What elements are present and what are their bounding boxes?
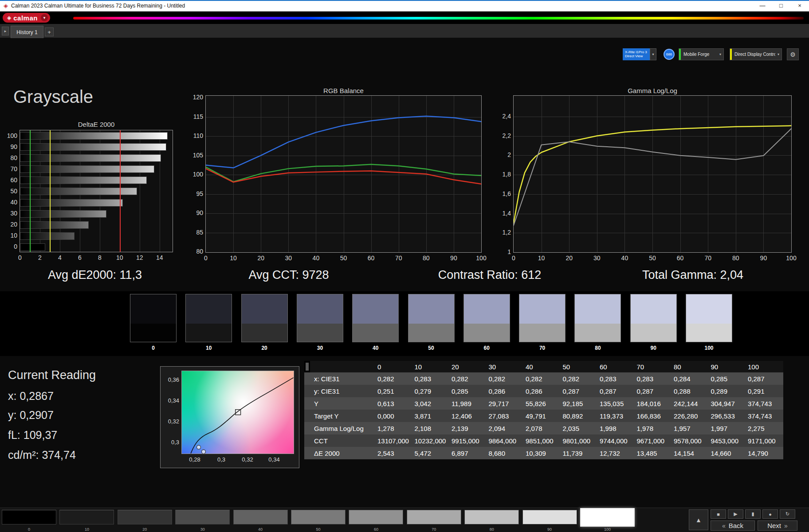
table-row: Y0,6133,04211,98929,71755,82692,185135,0… (304, 397, 783, 410)
stat-total-gamma: Total Gamma: 2,04 (622, 268, 764, 282)
table-cell: 55,826 (524, 400, 561, 407)
next-button[interactable]: Next » (758, 520, 797, 531)
patch-20[interactable] (118, 510, 172, 524)
calman-app-window: ◈ Calman 2023 Calman Ultimate for Busine… (0, 0, 809, 532)
back-button[interactable]: « Back (711, 520, 755, 531)
patch-label: 10 (59, 527, 114, 532)
x-axis-tick-label: 10 (225, 254, 241, 262)
meter-dropdown[interactable]: X-Rite i1Pro 3 Direct View ▾ (623, 48, 656, 60)
patch-90[interactable] (522, 510, 577, 524)
table-scrollbar[interactable] (304, 361, 310, 372)
table-cell: 0,283 (635, 375, 672, 383)
table-cell: 296,533 (709, 412, 746, 420)
patch-label: 70 (407, 527, 461, 532)
swatch-actual-color (297, 294, 343, 324)
stat-avg-cct: Avg CCT: 9728 (218, 268, 360, 282)
chevron-down-icon[interactable]: ▾ (650, 48, 656, 60)
cie-plot (181, 371, 294, 454)
patch-0[interactable] (2, 510, 56, 524)
patch-60[interactable] (349, 510, 403, 524)
x-axis-tick-label: 0,34 (265, 456, 283, 463)
table-cell: 27,083 (487, 412, 524, 420)
patch-label: 20 (118, 527, 172, 532)
tab-bar: ▸ History 1 + X-Rite i1Pro 3 Direct View… (0, 24, 809, 38)
swatch-0: 0 (130, 294, 177, 342)
y-axis-tick-label: 1,6 (495, 190, 511, 197)
calman-logo-icon: ◈ (7, 15, 11, 21)
x-axis-tick-label: 100 (473, 254, 489, 262)
reading-cdm2: cd/m²: 374,74 (8, 449, 76, 462)
row-label: ΔE 2000 (304, 450, 376, 457)
current-reading-title: Current Reading (8, 368, 96, 382)
refresh-button[interactable]: ↻ (780, 509, 795, 519)
table-cell: 2,108 (413, 425, 450, 432)
x-axis-tick-label: 4 (53, 254, 67, 261)
x-axis-tick-label: 90 (446, 254, 462, 262)
y-axis-tick-label: 2,4 (495, 113, 511, 120)
eject-button[interactable]: ▲ (689, 509, 708, 530)
y-axis-tick-label: 100 (4, 132, 17, 139)
table-cell: 9671,000 (635, 437, 672, 445)
swatch-target-color (631, 324, 676, 342)
table-header-cell: 20 (450, 363, 487, 371)
x-axis-tick-label: 70 (391, 254, 407, 262)
x-axis-tick-label: 30 (589, 254, 605, 262)
table-cell: 0,282 (450, 375, 487, 383)
add-tab-button[interactable]: + (45, 27, 54, 36)
y-axis-tick-label: 10 (4, 232, 17, 239)
table-cell: 0,284 (672, 375, 709, 383)
minimize-button[interactable]: — (753, 0, 772, 11)
swatch-label: 10 (186, 345, 232, 351)
swatch-label: 80 (575, 345, 620, 351)
table-cell: 2,275 (746, 425, 783, 432)
y-axis-tick-label: 90 (4, 143, 17, 150)
x-axis-tick-label: 40 (617, 254, 632, 262)
table-cell: 0,000 (376, 412, 413, 420)
report-button[interactable]: ▮ (745, 509, 761, 519)
gear-icon[interactable]: ⚙ (787, 48, 799, 60)
swatch-actual-color (631, 294, 676, 324)
grayscale-bar (20, 143, 166, 151)
table-cell: 14,660 (709, 450, 746, 457)
table-cell: 0,282 (487, 375, 524, 383)
close-button[interactable]: × (790, 0, 809, 11)
row-label: CCT (304, 437, 376, 445)
chevron-down-icon[interactable]: ▾ (775, 52, 782, 56)
source-dropdown[interactable]: Mobile Forge ▾ (679, 48, 724, 60)
patch-70[interactable] (407, 510, 461, 524)
patch-30[interactable] (175, 510, 230, 524)
chevron-left-icon: « (722, 522, 726, 529)
chevron-down-icon[interactable]: ▾ (717, 52, 723, 56)
table-row: Target Y0,0003,87112,40627,08349,79180,8… (304, 410, 783, 422)
patch-40[interactable] (233, 510, 288, 524)
reference-line (120, 130, 121, 252)
table-cell: 226,280 (672, 412, 709, 420)
patch-80[interactable] (464, 510, 519, 524)
chevron-down-icon[interactable]: ▾ (41, 14, 48, 21)
swatch-90: 90 (630, 294, 677, 342)
patch-label: 0 (2, 527, 56, 532)
stop-button[interactable]: ■ (711, 509, 726, 519)
x-axis-tick-label: 0,3 (212, 456, 230, 463)
display-control-dropdown[interactable]: Direct Display Control ▾ (730, 48, 782, 60)
maximize-button[interactable]: □ (772, 0, 790, 11)
swatch-target-color (297, 324, 343, 342)
swatch-strip: Actual Target 0102030405060708090100 (0, 291, 809, 356)
history-panel-toggle[interactable]: ▸ (2, 27, 9, 35)
y-axis-tick-label: 1,4 (495, 210, 511, 217)
table-cell: 0,287 (635, 387, 672, 395)
swatch-100: 100 (686, 294, 732, 342)
table-row: y: CIE310,2510,2790,2850,2860,2860,2870,… (304, 385, 783, 397)
record-button[interactable]: ● (762, 509, 778, 519)
calman-menu-button[interactable]: ◈ calman ▾ (3, 13, 50, 23)
table-row: Gamma Log/Log1,2782,1082,1392,0942,0782,… (304, 422, 783, 434)
play-button[interactable]: ▶ (728, 509, 743, 519)
table-cell: 9578,000 (672, 437, 709, 445)
y-axis-tick-label: 2 (495, 151, 511, 158)
patch-50[interactable] (291, 510, 346, 524)
tab-history-1[interactable]: History 1 (11, 26, 43, 38)
table-cell: 2,094 (487, 425, 524, 432)
patch-10[interactable] (59, 510, 114, 524)
table-cell: 0,283 (598, 375, 635, 383)
patch-100[interactable] (580, 508, 635, 527)
